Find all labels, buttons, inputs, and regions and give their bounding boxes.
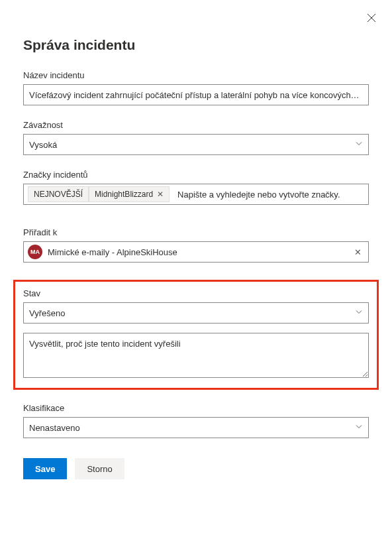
close-button[interactable] <box>366 12 377 24</box>
tag-item[interactable]: MidnightBlizzard ✕ <box>89 186 170 202</box>
classification-label: Klasifikace <box>23 403 369 413</box>
tag-text: MidnightBlizzard <box>95 190 153 199</box>
tag-remove-icon[interactable]: ✕ <box>157 190 164 199</box>
tag-item[interactable]: NEJNOVĚJŠÍ <box>28 186 89 202</box>
chevron-down-icon <box>355 423 363 433</box>
classification-select[interactable]: Nenastaveno <box>23 417 369 438</box>
state-select[interactable]: Vyřešeno <box>23 302 369 324</box>
severity-label: Závažnost <box>23 120 369 130</box>
incident-name-input[interactable] <box>23 84 369 105</box>
state-label: Stav <box>23 288 369 298</box>
tags-hint: Napište a vyhledejte nebo vytvořte značk… <box>177 190 340 200</box>
avatar: MA <box>28 245 42 259</box>
chevron-down-icon <box>355 140 363 150</box>
explain-textarea[interactable] <box>23 333 369 378</box>
severity-value: Vysoká <box>29 140 57 150</box>
cancel-button[interactable]: Storno <box>75 458 124 479</box>
assign-label: Přiřadit k <box>23 227 369 237</box>
tag-text: NEJNOVĚJŠÍ <box>34 190 83 199</box>
chevron-down-icon <box>355 308 363 318</box>
incident-name-label: Název incidentu <box>23 70 369 80</box>
save-button[interactable]: Save <box>23 458 67 479</box>
assign-input[interactable]: MA Mimické e-maily - AlpineSkiHouse ✕ <box>23 241 369 263</box>
dialog-title: Správa incidentu <box>23 37 369 53</box>
close-icon <box>367 13 376 23</box>
assign-clear-icon[interactable]: ✕ <box>354 247 362 257</box>
classification-value: Nenastaveno <box>29 423 80 433</box>
state-value: Vyřešeno <box>29 308 65 318</box>
state-highlight-box: Stav Vyřešeno <box>13 280 379 390</box>
tags-label: Značky incidentů <box>23 170 369 180</box>
assign-value: Mimické e-maily - AlpineSkiHouse <box>48 247 354 257</box>
tags-input[interactable]: NEJNOVĚJŠÍ MidnightBlizzard ✕ Napište a … <box>23 184 369 205</box>
severity-select[interactable]: Vysoká <box>23 134 369 155</box>
